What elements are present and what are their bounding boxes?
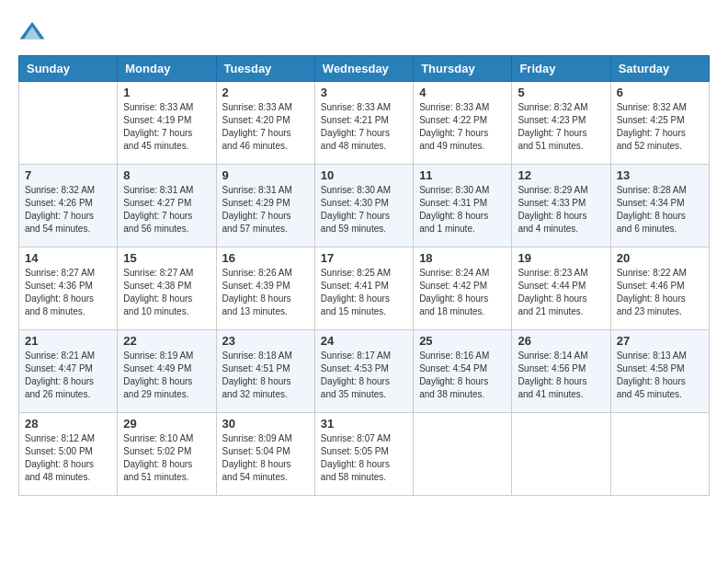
calendar-cell — [19, 82, 118, 165]
calendar-cell — [414, 413, 512, 496]
day-info: Sunrise: 8:23 AMSunset: 4:44 PMDaylight:… — [518, 267, 604, 318]
calendar-cell — [512, 413, 610, 496]
day-info: Sunrise: 8:28 AMSunset: 4:34 PMDaylight:… — [617, 184, 703, 236]
calendar-header-row: SundayMondayTuesdayWednesdayThursdayFrid… — [19, 56, 710, 82]
day-number: 15 — [123, 251, 210, 265]
day-number: 14 — [25, 251, 111, 265]
day-info: Sunrise: 8:32 AMSunset: 4:23 PMDaylight:… — [518, 101, 604, 153]
logo — [18, 18, 50, 46]
calendar-cell: 10Sunrise: 8:30 AMSunset: 4:30 PMDayligh… — [314, 165, 413, 247]
calendar-cell: 2Sunrise: 8:33 AMSunset: 4:20 PMDaylight… — [216, 82, 314, 165]
calendar-cell: 23Sunrise: 8:18 AMSunset: 4:51 PMDayligh… — [216, 330, 314, 413]
calendar-cell: 7Sunrise: 8:32 AMSunset: 4:26 PMDaylight… — [19, 165, 118, 247]
calendar-cell: 3Sunrise: 8:33 AMSunset: 4:21 PMDaylight… — [314, 82, 413, 165]
day-info: Sunrise: 8:18 AMSunset: 4:51 PMDaylight:… — [222, 350, 309, 401]
header-friday: Friday — [512, 56, 610, 82]
calendar-cell: 12Sunrise: 8:29 AMSunset: 4:33 PMDayligh… — [512, 165, 610, 247]
calendar-week-row: 14Sunrise: 8:27 AMSunset: 4:36 PMDayligh… — [19, 247, 710, 330]
day-info: Sunrise: 8:33 AMSunset: 4:20 PMDaylight:… — [222, 101, 309, 153]
calendar-cell: 26Sunrise: 8:14 AMSunset: 4:56 PMDayligh… — [512, 330, 610, 413]
day-number: 19 — [518, 251, 604, 265]
day-number: 16 — [222, 251, 309, 265]
calendar-cell: 6Sunrise: 8:32 AMSunset: 4:25 PMDaylight… — [610, 82, 709, 165]
calendar-cell: 29Sunrise: 8:10 AMSunset: 5:02 PMDayligh… — [118, 413, 216, 496]
header-tuesday: Tuesday — [216, 56, 314, 82]
day-info: Sunrise: 8:27 AMSunset: 4:36 PMDaylight:… — [25, 267, 111, 318]
calendar-cell: 22Sunrise: 8:19 AMSunset: 4:49 PMDayligh… — [118, 330, 216, 413]
calendar-table: SundayMondayTuesdayWednesdayThursdayFrid… — [18, 55, 710, 496]
day-number: 13 — [617, 168, 703, 182]
calendar-cell: 30Sunrise: 8:09 AMSunset: 5:04 PMDayligh… — [216, 413, 314, 496]
day-number: 24 — [321, 334, 407, 348]
day-number: 29 — [123, 417, 210, 431]
day-info: Sunrise: 8:21 AMSunset: 4:47 PMDaylight:… — [25, 350, 111, 401]
day-info: Sunrise: 8:16 AMSunset: 4:54 PMDaylight:… — [419, 350, 506, 401]
header-monday: Monday — [118, 56, 216, 82]
header-thursday: Thursday — [414, 56, 512, 82]
day-number: 28 — [25, 417, 111, 431]
calendar-cell: 31Sunrise: 8:07 AMSunset: 5:05 PMDayligh… — [314, 413, 413, 496]
day-info: Sunrise: 8:31 AMSunset: 4:27 PMDaylight:… — [123, 184, 210, 236]
header-wednesday: Wednesday — [314, 56, 413, 82]
calendar-cell: 18Sunrise: 8:24 AMSunset: 4:42 PMDayligh… — [414, 247, 512, 330]
calendar-cell: 17Sunrise: 8:25 AMSunset: 4:41 PMDayligh… — [314, 247, 413, 330]
day-info: Sunrise: 8:25 AMSunset: 4:41 PMDaylight:… — [321, 267, 407, 318]
day-info: Sunrise: 8:22 AMSunset: 4:46 PMDaylight:… — [617, 267, 703, 318]
calendar-cell — [610, 413, 709, 496]
day-info: Sunrise: 8:13 AMSunset: 4:58 PMDaylight:… — [617, 350, 703, 401]
day-info: Sunrise: 8:30 AMSunset: 4:30 PMDaylight:… — [321, 184, 407, 236]
day-number: 4 — [419, 86, 506, 99]
day-number: 7 — [25, 168, 111, 182]
day-number: 26 — [518, 334, 604, 348]
day-info: Sunrise: 8:29 AMSunset: 4:33 PMDaylight:… — [518, 184, 604, 236]
calendar-cell: 15Sunrise: 8:27 AMSunset: 4:38 PMDayligh… — [118, 247, 216, 330]
day-number: 31 — [321, 417, 407, 431]
header-saturday: Saturday — [610, 56, 709, 82]
day-info: Sunrise: 8:12 AMSunset: 5:00 PMDaylight:… — [25, 432, 111, 484]
calendar-cell: 8Sunrise: 8:31 AMSunset: 4:27 PMDaylight… — [118, 165, 216, 247]
day-number: 12 — [518, 168, 604, 182]
day-number: 5 — [518, 86, 604, 99]
calendar-cell: 1Sunrise: 8:33 AMSunset: 4:19 PMDaylight… — [118, 82, 216, 165]
day-info: Sunrise: 8:32 AMSunset: 4:25 PMDaylight:… — [617, 101, 703, 153]
calendar-cell: 25Sunrise: 8:16 AMSunset: 4:54 PMDayligh… — [414, 330, 512, 413]
day-number: 17 — [321, 251, 407, 265]
day-number: 22 — [123, 334, 210, 348]
day-number: 1 — [123, 86, 210, 99]
day-info: Sunrise: 8:31 AMSunset: 4:29 PMDaylight:… — [222, 184, 309, 236]
day-info: Sunrise: 8:26 AMSunset: 4:39 PMDaylight:… — [222, 267, 309, 318]
calendar-cell: 16Sunrise: 8:26 AMSunset: 4:39 PMDayligh… — [216, 247, 314, 330]
day-number: 23 — [222, 334, 309, 348]
day-number: 30 — [222, 417, 309, 431]
calendar-cell: 11Sunrise: 8:30 AMSunset: 4:31 PMDayligh… — [414, 165, 512, 247]
day-number: 10 — [321, 168, 407, 182]
page-header — [18, 18, 710, 46]
logo-icon — [18, 18, 46, 46]
day-number: 8 — [123, 168, 210, 182]
day-info: Sunrise: 8:32 AMSunset: 4:26 PMDaylight:… — [25, 184, 111, 236]
day-number: 6 — [617, 86, 703, 99]
day-number: 3 — [321, 86, 407, 99]
day-number: 25 — [419, 334, 506, 348]
header-sunday: Sunday — [19, 56, 118, 82]
day-info: Sunrise: 8:19 AMSunset: 4:49 PMDaylight:… — [123, 350, 210, 401]
calendar-week-row: 21Sunrise: 8:21 AMSunset: 4:47 PMDayligh… — [19, 330, 710, 413]
day-number: 27 — [617, 334, 703, 348]
day-info: Sunrise: 8:33 AMSunset: 4:22 PMDaylight:… — [419, 101, 506, 153]
day-info: Sunrise: 8:27 AMSunset: 4:38 PMDaylight:… — [123, 267, 210, 318]
day-info: Sunrise: 8:10 AMSunset: 5:02 PMDaylight:… — [123, 432, 210, 484]
day-number: 11 — [419, 168, 506, 182]
calendar-cell: 19Sunrise: 8:23 AMSunset: 4:44 PMDayligh… — [512, 247, 610, 330]
calendar-week-row: 1Sunrise: 8:33 AMSunset: 4:19 PMDaylight… — [19, 82, 710, 165]
calendar-cell: 24Sunrise: 8:17 AMSunset: 4:53 PMDayligh… — [314, 330, 413, 413]
calendar-cell: 20Sunrise: 8:22 AMSunset: 4:46 PMDayligh… — [610, 247, 709, 330]
day-number: 20 — [617, 251, 703, 265]
day-info: Sunrise: 8:17 AMSunset: 4:53 PMDaylight:… — [321, 350, 407, 401]
calendar-cell: 9Sunrise: 8:31 AMSunset: 4:29 PMDaylight… — [216, 165, 314, 247]
calendar-cell: 14Sunrise: 8:27 AMSunset: 4:36 PMDayligh… — [19, 247, 118, 330]
calendar-cell: 13Sunrise: 8:28 AMSunset: 4:34 PMDayligh… — [610, 165, 709, 247]
calendar-week-row: 7Sunrise: 8:32 AMSunset: 4:26 PMDaylight… — [19, 165, 710, 247]
calendar-cell: 4Sunrise: 8:33 AMSunset: 4:22 PMDaylight… — [414, 82, 512, 165]
day-number: 21 — [25, 334, 111, 348]
calendar-cell: 21Sunrise: 8:21 AMSunset: 4:47 PMDayligh… — [19, 330, 118, 413]
